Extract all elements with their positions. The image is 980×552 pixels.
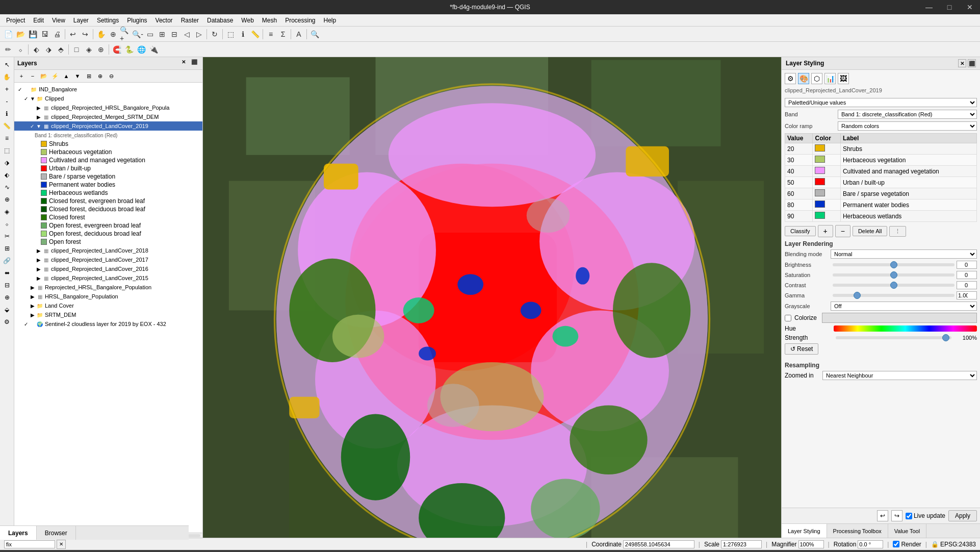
plugin-btn2[interactable]: 🌐	[135, 43, 147, 56]
table-row[interactable]: 30 Herbaceous vegetation	[785, 155, 977, 166]
blending-select[interactable]: Normal	[831, 249, 977, 259]
menu-plugins[interactable]: Plugins	[123, 16, 151, 25]
zoom-out-button[interactable]: 🔍-	[132, 28, 144, 40]
color-cell[interactable]	[813, 166, 840, 177]
layer-item-hrsl-bangalore[interactable]: ▶ ▦ HRSL_Bangalore_Population	[14, 292, 202, 301]
select-feature-button[interactable]: ⬚	[224, 28, 237, 40]
menu-view[interactable]: View	[48, 16, 69, 25]
more-options-button[interactable]: ⋮	[889, 226, 906, 237]
layer-item-landcover-2015[interactable]: ▶ ▦ clipped_Reprojected_LandCover_2015	[14, 273, 202, 283]
zoom-last-button[interactable]: ◁	[180, 28, 193, 40]
color-cell[interactable]	[813, 155, 840, 166]
digitize-btn3[interactable]: ⬗	[42, 43, 55, 56]
color-cell[interactable]	[813, 199, 840, 211]
pan-map-button[interactable]: ⊕	[107, 28, 119, 40]
add-class-button[interactable]: +	[818, 225, 833, 237]
tool-v12[interactable]: ⊕	[2, 292, 13, 303]
new-project-button[interactable]: 📄	[2, 28, 14, 40]
undo-button[interactable]: ↩	[67, 28, 79, 40]
band-select[interactable]: Band 1: discrete_classification (Red)	[838, 110, 977, 119]
table-row[interactable]: 80 Permanent water bodies	[785, 199, 977, 211]
layer-expand-btn[interactable]: ⊕	[95, 71, 105, 81]
epsg-display[interactable]: 🔒 EPSG:24383	[931, 541, 976, 548]
rotation-input[interactable]	[858, 540, 883, 548]
node-tool-button[interactable]: ⬦	[14, 43, 27, 56]
undo-styling-button[interactable]: ↩	[877, 510, 888, 521]
tool-select[interactable]: ↖	[2, 59, 13, 70]
table-row[interactable]: 90 Herbaceous wetlands	[785, 211, 977, 222]
tab-browser[interactable]: Browser	[37, 526, 76, 540]
tool-v4[interactable]: ⊕	[2, 194, 13, 205]
tool-measure[interactable]: 📏	[2, 120, 13, 132]
layer-properties-btn[interactable]: ⚙	[785, 73, 796, 84]
menu-database[interactable]: Database	[203, 16, 237, 25]
scale-input[interactable]	[721, 540, 762, 548]
digitize-btn5[interactable]: □	[70, 43, 83, 56]
color-cell[interactable]	[813, 211, 840, 222]
layer-group-btn[interactable]: ⊞	[84, 71, 94, 81]
live-update-checkbox[interactable]	[906, 513, 912, 519]
save-button[interactable]: 💾	[27, 28, 39, 40]
colorize-checkbox[interactable]	[785, 315, 791, 321]
tool-v3[interactable]: ∿	[2, 182, 13, 193]
layer-item-sentinel[interactable]: ✓ 🌍 Sentinel-2 cloudless layer for 2019 …	[14, 319, 202, 329]
layer-open-btn[interactable]: 📂	[39, 71, 49, 81]
tool-v7[interactable]: ✂	[2, 231, 13, 242]
close-button[interactable]: ✕	[960, 0, 980, 14]
search-clear-button[interactable]: ✕	[57, 540, 66, 549]
edit-button[interactable]: ✏	[2, 43, 14, 56]
layers-float[interactable]: ⬛	[191, 59, 199, 67]
tool-v8[interactable]: ⊞	[2, 243, 13, 254]
redo-button[interactable]: ↪	[79, 28, 91, 40]
strength-slider[interactable]	[836, 336, 951, 339]
tab-value-tool[interactable]: Value Tool	[888, 524, 926, 538]
snap-btn[interactable]: 🧲	[111, 43, 123, 56]
tab-processing-toolbox[interactable]: Processing Toolbox	[827, 524, 888, 538]
color-ramp-select[interactable]: Random colors	[838, 121, 977, 131]
reset-button[interactable]: ↺ Reset	[785, 343, 818, 355]
zoom-rubber-band-button[interactable]: ▭	[144, 28, 156, 40]
gamma-slider[interactable]	[833, 294, 955, 297]
contrast-slider[interactable]	[833, 284, 955, 287]
zoom-in-button[interactable]: 🔍+	[119, 28, 132, 40]
brightness-slider[interactable]	[833, 263, 955, 266]
tool-identify[interactable]: ℹ	[2, 108, 13, 119]
contrast-input[interactable]	[957, 281, 977, 289]
menu-web[interactable]: Web	[237, 16, 257, 25]
tool-v1[interactable]: ⬗	[2, 157, 13, 168]
open-project-button[interactable]: 📂	[14, 28, 27, 40]
layer-up-btn[interactable]: ▲	[61, 71, 71, 81]
layer-item-srtm-folder[interactable]: ▶ 📁 SRTM_DEM	[14, 310, 202, 319]
tool-zoom-in[interactable]: +	[2, 84, 13, 95]
hue-slider[interactable]	[834, 325, 977, 332]
statistics-button[interactable]: Σ	[277, 28, 289, 40]
layer-item-clipped[interactable]: ✓ ▼ 📁 Clipped	[14, 94, 202, 103]
layer-item-srtm[interactable]: ▶ ▦ clipped_Reprojected_Merged_SRTM_DEM	[14, 112, 202, 121]
gamma-input[interactable]	[957, 291, 977, 299]
digitize-btn4[interactable]: ⬘	[55, 43, 67, 56]
label-button[interactable]: A	[293, 28, 305, 40]
tab-layer-styling[interactable]: Layer Styling	[782, 524, 827, 538]
apply-button[interactable]: Apply	[948, 510, 977, 521]
zoom-to-layer-button[interactable]: ⊞	[156, 28, 168, 40]
layer-item-landcover-2019[interactable]: ✓ ▼ ▦ clipped_Reprojected_LandCover_2019	[14, 121, 202, 131]
color-cell[interactable]	[813, 188, 840, 199]
layer-item-landcover-folder[interactable]: ▶ 📁 Land Cover	[14, 301, 202, 310]
menu-edit[interactable]: Edit	[29, 16, 48, 25]
map-area[interactable]	[203, 57, 781, 538]
menu-raster[interactable]: Raster	[177, 16, 203, 25]
plugin-btn3[interactable]: 🔌	[147, 43, 160, 56]
menu-mesh[interactable]: Mesh	[258, 16, 281, 25]
brightness-input[interactable]	[957, 261, 977, 269]
color-cell[interactable]	[813, 177, 840, 188]
digitize-btn7[interactable]: ⊕	[95, 43, 107, 56]
histogram-btn[interactable]: 📊	[824, 73, 836, 84]
layer-item-reprojected-hrsl[interactable]: ▶ ▦ Reprojected_HRSL_Bangalore_Populatio…	[14, 283, 202, 292]
redo-styling-button[interactable]: ↪	[891, 510, 902, 521]
zoom-next-button[interactable]: ▷	[193, 28, 205, 40]
layer-item-hrsl[interactable]: ▶ ▦ clipped_Reprojected_HRSL_Bangalore_P…	[14, 103, 202, 112]
table-row[interactable]: 50 Urban / built-up	[785, 177, 977, 188]
layer-add-btn[interactable]: +	[16, 71, 27, 81]
tool-select-area[interactable]: ⬚	[2, 145, 13, 156]
tool-attr[interactable]: ≡	[2, 133, 13, 144]
